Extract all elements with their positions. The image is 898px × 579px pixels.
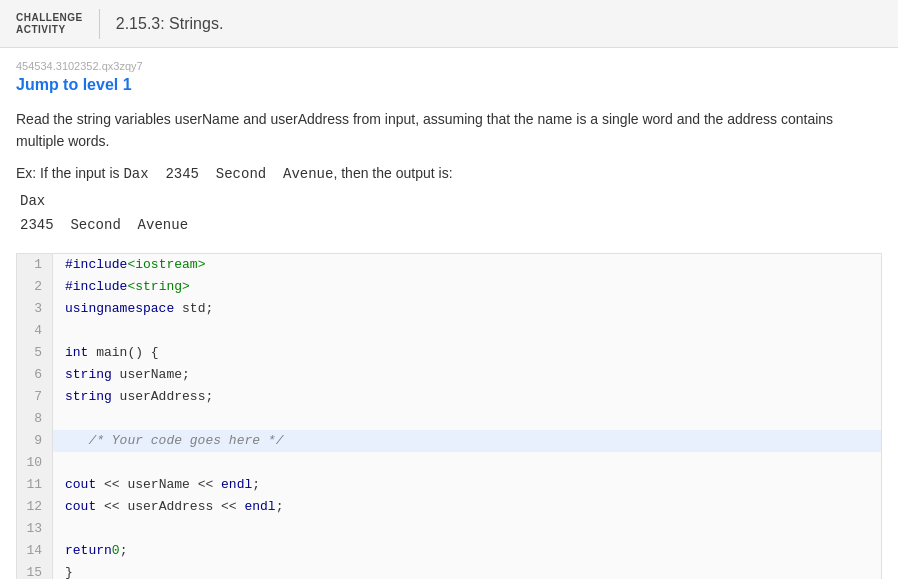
line-code: string userName;: [53, 364, 881, 386]
line-code: return 0;: [53, 540, 881, 562]
header-divider: [99, 9, 100, 39]
code-line: 3using namespace std;: [17, 298, 881, 320]
code-line: 8: [17, 408, 881, 430]
output-line2: 2345 Second Avenue: [20, 214, 882, 238]
code-line: 13: [17, 518, 881, 540]
jump-to-level-link[interactable]: Jump to level 1: [16, 76, 132, 94]
line-code: using namespace std;: [53, 298, 881, 320]
line-number: 4: [17, 320, 53, 342]
code-line: 4: [17, 320, 881, 342]
code-line: 7 string userAddress;: [17, 386, 881, 408]
line-number: 12: [17, 496, 53, 518]
line-code: [53, 452, 881, 474]
line-code: [53, 408, 881, 430]
line-number: 3: [17, 298, 53, 320]
line-number: 1: [17, 254, 53, 276]
line-code: int main() {: [53, 342, 881, 364]
code-line: 14 return 0;: [17, 540, 881, 562]
line-number: 10: [17, 452, 53, 474]
code-line: 2#include <string>: [17, 276, 881, 298]
line-number: 5: [17, 342, 53, 364]
code-block: 1#include <iostream>2#include <string>3u…: [16, 253, 882, 579]
line-code: #include <string>: [53, 276, 881, 298]
code-line: 15}: [17, 562, 881, 579]
line-code: /* Your code goes here */: [53, 430, 881, 452]
badge-line1: CHALLENGE: [16, 12, 83, 24]
code-line: 6 string userName;: [17, 364, 881, 386]
line-number: 2: [17, 276, 53, 298]
activity-id: 454534.3102352.qx3zqy7: [16, 60, 882, 72]
line-code: [53, 518, 881, 540]
line-number: 11: [17, 474, 53, 496]
line-code: cout << userName << endl;: [53, 474, 881, 496]
line-number: 6: [17, 364, 53, 386]
line-code: #include <iostream>: [53, 254, 881, 276]
challenge-badge: CHALLENGE ACTIVITY: [16, 12, 83, 36]
line-code: }: [53, 562, 881, 579]
page-header: CHALLENGE ACTIVITY 2.15.3: Strings.: [0, 0, 898, 48]
code-line: 1#include <iostream>: [17, 254, 881, 276]
code-line: 12 cout << userAddress << endl;: [17, 496, 881, 518]
code-line: 5int main() {: [17, 342, 881, 364]
line-number: 15: [17, 562, 53, 579]
output-example: Dax 2345 Second Avenue: [16, 190, 882, 238]
main-content: 454534.3102352.qx3zqy7 Jump to level 1 R…: [0, 48, 898, 579]
output-line1: Dax: [20, 190, 882, 214]
code-line: 11 cout << userName << endl;: [17, 474, 881, 496]
activity-description: Read the string variables userName and u…: [16, 108, 882, 153]
line-code: [53, 320, 881, 342]
line-number: 9: [17, 430, 53, 452]
line-number: 13: [17, 518, 53, 540]
line-number: 7: [17, 386, 53, 408]
line-number: 8: [17, 408, 53, 430]
line-code: cout << userAddress << endl;: [53, 496, 881, 518]
badge-line2: ACTIVITY: [16, 24, 83, 36]
line-code: string userAddress;: [53, 386, 881, 408]
line-number: 14: [17, 540, 53, 562]
code-line: 10: [17, 452, 881, 474]
code-line: 9 /* Your code goes here */: [17, 430, 881, 452]
example-label: Ex: If the input is Dax 2345 Second Aven…: [16, 165, 882, 182]
header-title: 2.15.3: Strings.: [116, 15, 224, 33]
